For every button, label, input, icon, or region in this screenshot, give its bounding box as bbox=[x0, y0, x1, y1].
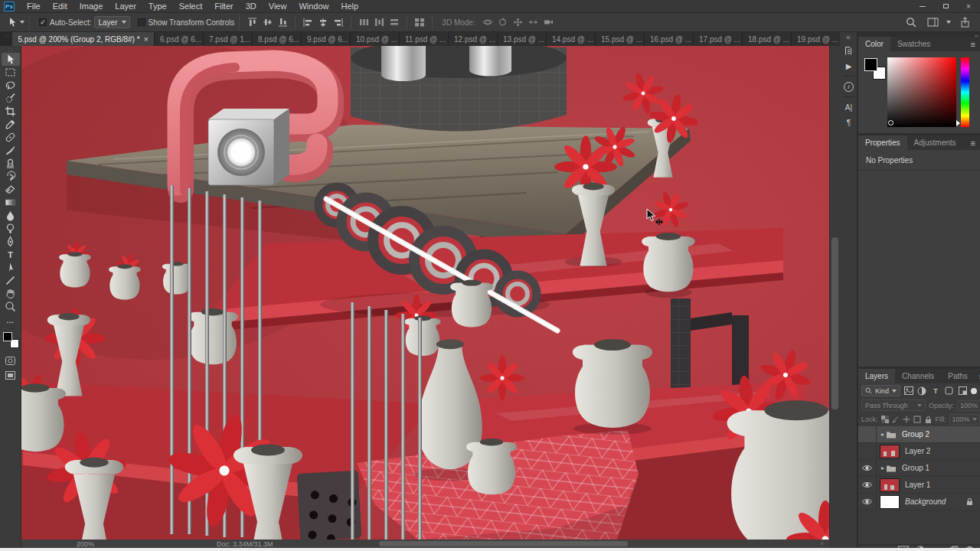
document-tab[interactable]: 14.psd @ ...× bbox=[547, 32, 596, 46]
dodge-tool[interactable] bbox=[2, 222, 20, 235]
document-tab[interactable]: 7.psd @ 1...× bbox=[204, 32, 253, 46]
zoom-level[interactable]: 200% bbox=[77, 540, 94, 548]
tab-adjustments[interactable]: Adjustments bbox=[907, 135, 963, 150]
align-bottom-edges-button[interactable] bbox=[275, 15, 290, 29]
3d-roll-icon[interactable] bbox=[495, 15, 511, 29]
layer-row-background[interactable]: Background bbox=[858, 494, 980, 510]
menu-type[interactable]: Type bbox=[142, 0, 173, 13]
document-tab[interactable]: 9.psd @ 6...× bbox=[302, 32, 351, 46]
color-picker-dot[interactable] bbox=[888, 120, 893, 126]
share-icon[interactable] bbox=[957, 15, 972, 29]
minimize-button[interactable] bbox=[911, 0, 934, 13]
menu-filter[interactable]: Filter bbox=[208, 0, 239, 13]
horizontal-scrollbar-thumb[interactable] bbox=[379, 541, 628, 546]
menu-view[interactable]: View bbox=[263, 0, 293, 13]
menu-select[interactable]: Select bbox=[173, 0, 209, 13]
tab-properties[interactable]: Properties bbox=[858, 135, 907, 150]
menu-edit[interactable]: Edit bbox=[47, 0, 74, 13]
align-top-edges-button[interactable] bbox=[244, 15, 260, 29]
menu-layer[interactable]: Layer bbox=[109, 0, 142, 13]
rectangular-marquee-tool[interactable] bbox=[2, 66, 20, 79]
align-left-edges-button[interactable] bbox=[300, 15, 315, 29]
auto-align-layers-button[interactable] bbox=[412, 15, 427, 29]
layer-row-group-1[interactable]: ▸ Group 1 bbox=[858, 460, 980, 477]
workspace-caret-icon[interactable] bbox=[946, 21, 951, 24]
tool-preset-caret-icon[interactable] bbox=[20, 21, 24, 24]
history-panel-icon[interactable] bbox=[840, 43, 858, 58]
document-tab[interactable]: 5.psd @ 200% (Group 2, RGB/8#) *× bbox=[12, 32, 155, 46]
layer-thumbnail[interactable] bbox=[880, 495, 900, 509]
auto-select-checkbox[interactable]: ✓ bbox=[39, 18, 47, 26]
vertical-scrollbar[interactable] bbox=[829, 46, 840, 540]
menu-image[interactable]: Image bbox=[74, 0, 109, 13]
color-saturation-field[interactable] bbox=[887, 57, 956, 127]
align-horizontal-centers-button[interactable] bbox=[315, 15, 331, 29]
document-tab[interactable]: 16.psd @ ...× bbox=[645, 32, 694, 46]
search-icon[interactable] bbox=[903, 15, 919, 29]
fill-value-box[interactable]: 100% bbox=[949, 414, 980, 425]
hue-slider-arrow[interactable] bbox=[956, 120, 960, 126]
document-tab[interactable]: 6.psd @ 6...× bbox=[155, 32, 204, 46]
spot-healing-brush-tool[interactable] bbox=[2, 131, 20, 144]
restore-button[interactable] bbox=[934, 0, 957, 13]
align-vertical-centers-button[interactable] bbox=[260, 15, 275, 29]
close-icon[interactable]: × bbox=[144, 35, 149, 43]
align-right-edges-button[interactable] bbox=[331, 15, 346, 29]
filter-pixel-layers-icon[interactable] bbox=[903, 386, 914, 396]
edit-toolbar-icon[interactable]: ••• bbox=[2, 315, 20, 328]
panel-menu-icon[interactable]: ≡ bbox=[966, 37, 980, 51]
tab-paths[interactable]: Paths bbox=[941, 369, 975, 383]
document-tab[interactable]: 11.psd @ ...× bbox=[400, 32, 449, 46]
document-tab[interactable]: 18.psd @ ...× bbox=[743, 32, 792, 46]
3d-slide-icon[interactable] bbox=[526, 15, 541, 29]
filter-toggle[interactable] bbox=[971, 388, 977, 394]
layer-row-group-2[interactable]: ▸ Group 2 bbox=[858, 426, 980, 443]
lock-pixels-icon[interactable] bbox=[892, 414, 900, 425]
document-tab[interactable]: 19.psd @ ...× bbox=[792, 32, 841, 46]
distribute-bottom-edges-button[interactable] bbox=[387, 15, 402, 29]
close-button[interactable]: × bbox=[957, 0, 980, 13]
panel-grip[interactable]: :: bbox=[0, 32, 12, 46]
move-tool[interactable] bbox=[2, 53, 20, 66]
distribute-top-edges-button[interactable] bbox=[356, 15, 371, 29]
eyedropper-tool[interactable] bbox=[2, 118, 20, 131]
visibility-toggle[interactable] bbox=[858, 443, 877, 460]
character-panel-icon[interactable]: A| bbox=[840, 99, 858, 115]
lasso-tool[interactable] bbox=[2, 79, 20, 92]
tab-layers[interactable]: Layers bbox=[858, 369, 895, 383]
info-panel-icon[interactable]: i bbox=[840, 79, 858, 94]
auto-select-target-dropdown[interactable]: Layer bbox=[94, 16, 129, 28]
filter-type-layers-icon[interactable]: T bbox=[930, 386, 941, 396]
menu-3d[interactable]: 3D bbox=[240, 0, 263, 13]
layer-thumbnail[interactable] bbox=[880, 445, 900, 458]
shape-tool[interactable] bbox=[2, 274, 20, 287]
layer-row-layer-1[interactable]: Layer 1 bbox=[858, 477, 980, 494]
blur-tool[interactable] bbox=[2, 209, 20, 222]
document-tab[interactable]: 13.psd @ ...× bbox=[498, 32, 547, 46]
filter-shape-layers-icon[interactable] bbox=[944, 386, 955, 396]
gradient-tool[interactable] bbox=[2, 196, 20, 209]
menu-window[interactable]: Window bbox=[292, 0, 335, 13]
panel-menu-icon[interactable]: ≡ bbox=[975, 369, 980, 383]
foreground-color-swatch[interactable] bbox=[3, 332, 12, 341]
paragraph-panel-icon[interactable]: ¶ bbox=[840, 115, 858, 130]
visibility-toggle[interactable] bbox=[858, 477, 877, 494]
filter-adjustment-layers-icon[interactable] bbox=[917, 386, 928, 396]
move-tool-preset-icon[interactable] bbox=[5, 15, 20, 29]
panel-grip[interactable]: :: bbox=[0, 46, 21, 53]
foreground-color-swatch[interactable] bbox=[864, 58, 877, 71]
foreground-background-colors[interactable] bbox=[2, 331, 19, 348]
3d-zoom-camera-icon[interactable] bbox=[541, 15, 557, 29]
expander-icon[interactable]: ▸ bbox=[881, 431, 884, 438]
document-tab[interactable]: 17.psd @ ...× bbox=[694, 32, 743, 46]
path-selection-tool[interactable] bbox=[2, 261, 20, 274]
expander-icon[interactable]: ▸ bbox=[881, 465, 884, 471]
hue-slider[interactable] bbox=[961, 57, 969, 127]
lock-artboard-icon[interactable] bbox=[913, 414, 921, 425]
blend-mode-dropdown[interactable]: Pass Through bbox=[861, 399, 926, 411]
filter-smart-objects-icon[interactable] bbox=[958, 386, 969, 396]
crop-tool[interactable] bbox=[2, 105, 20, 118]
visibility-toggle[interactable] bbox=[858, 426, 877, 443]
actions-panel-icon[interactable]: ▶ bbox=[840, 58, 858, 73]
clone-stamp-tool[interactable] bbox=[2, 157, 20, 170]
